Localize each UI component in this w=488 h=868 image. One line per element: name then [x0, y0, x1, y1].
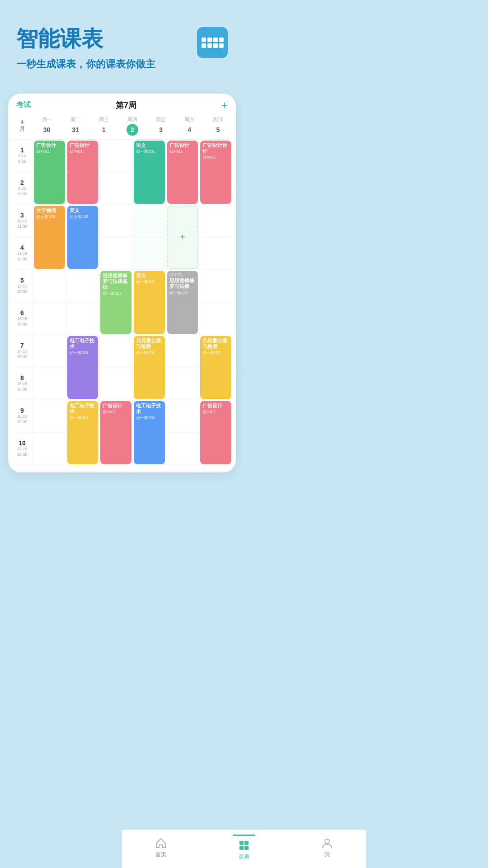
add-slot-fri[interactable]: + — [167, 206, 198, 269]
day-col-tue: 周二 31 — [61, 114, 89, 137]
exam-button[interactable]: 考试 — [16, 100, 31, 110]
day-col-fri: 周五 3 — [147, 114, 175, 137]
course-chinese-thu-2[interactable]: 语文 @一教201 — [134, 271, 165, 334]
day-col-wednesday: 思想道德修养与法律基础 @一教201 广告设计 @#401 — [99, 140, 132, 465]
day-col-tuesday: 广告设计 @#401 英文 @五教105 电工电子技术 @一教201 电工电子技… — [66, 140, 99, 465]
course-ad-design-sat-2[interactable]: 广告设计 @#401 — [200, 401, 231, 464]
add-course-button[interactable]: + — [221, 100, 228, 111]
day-col-thu: 周四 2 — [118, 114, 146, 137]
day-header-row: 4 月 周一 30 周二 31 周三 1 周四 2 周五 3 周六 4 周日 5 — [12, 114, 232, 140]
day-col-sun: 周日 5 — [204, 114, 232, 137]
course-ad-design-mon[interactable]: 广告设计 @#401 — [34, 141, 65, 204]
month-label: 4 月 — [12, 114, 33, 137]
course-ideological-wed[interactable]: 思想道德修养与法律基础 @一教201 — [100, 271, 131, 334]
course-physics-mon[interactable]: 大学物理 @五教105 — [34, 206, 65, 269]
course-ad-design-wed[interactable]: 广告设计 @#401 — [100, 401, 131, 464]
course-ad-design-fri[interactable]: 广告设计 @#401 — [167, 141, 198, 204]
day-col-sat: 周六 4 — [175, 114, 204, 137]
course-elec-tue[interactable]: 电工电子技术 @一教201 — [67, 336, 99, 399]
day-col-monday: 广告设计 @#401 大学物理 @五教105 — [33, 140, 66, 465]
day-col-thursday: 语文 @一教201 语文 @一教201 几何量公差与检测 @一教201 电工电子… — [132, 140, 166, 465]
calendar-icon — [197, 27, 228, 58]
schedule-card: 考试 第7周 + 4 月 周一 30 周二 31 周三 1 周四 2 周五 3 — [8, 94, 236, 472]
week-title: 第7周 — [116, 100, 136, 111]
day-col-friday: 广告设计 @#401 + (非本周) 思想道德修养与法律 @一教201 — [166, 140, 199, 465]
course-ad-design-tue[interactable]: 广告设计 @#401 — [67, 141, 99, 204]
course-geo-thu[interactable]: 几何量公差与检测 @一教201 — [134, 336, 165, 399]
days-grid: 广告设计 @#401 大学物理 @五教105 — [33, 140, 232, 465]
course-elec-tue-2[interactable]: 电工电子技术 @一教201 — [67, 401, 99, 464]
timetable-body: 18:159:00 29:1510:00 310:1511:00 411:151… — [12, 140, 232, 465]
day-col-wed: 周三 1 — [89, 114, 118, 137]
day-col-mon: 周一 30 — [33, 114, 61, 137]
course-ideological-fri-gray[interactable]: (非本周) 思想道德修养与法律 @一教201 — [167, 271, 198, 334]
course-chinese-thu[interactable]: 语文 @一教201 — [134, 141, 165, 204]
time-column: 18:159:00 29:1510:00 310:1511:00 411:151… — [12, 140, 33, 465]
course-elec-thu[interactable]: 电工电子技术 @一教201 — [134, 401, 165, 464]
day-col-saturday: 广告设计设计 @#401 几何量公差与检测 @一教201 广告设计 @#401 — [199, 140, 232, 465]
course-ad-design-sat[interactable]: 广告设计设计 @#401 — [200, 141, 231, 204]
course-english-tue[interactable]: 英文 @五教105 — [67, 206, 99, 269]
course-geo-sat[interactable]: 几何量公差与检测 @一教201 — [200, 336, 231, 399]
app-title: 智能课表 — [16, 27, 228, 51]
app-subtitle: 一秒生成课表，你的课表你做主 — [16, 57, 228, 71]
card-header: 考试 第7周 + — [8, 94, 236, 114]
